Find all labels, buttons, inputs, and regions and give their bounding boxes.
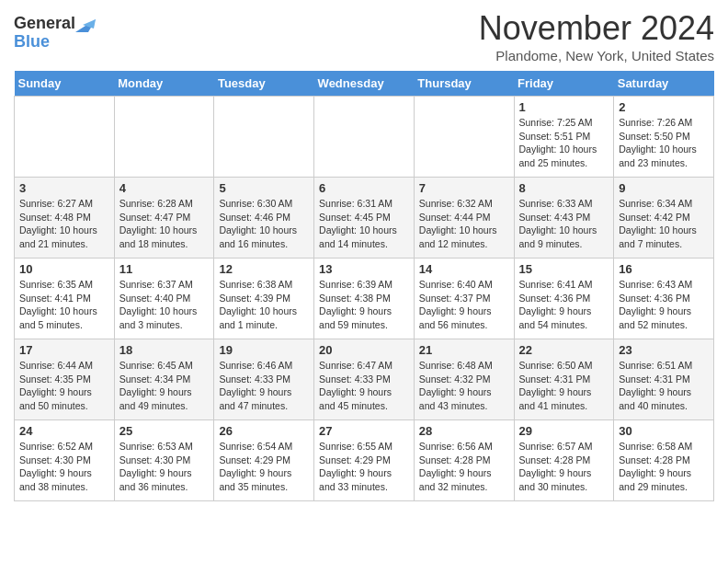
calendar-cell: 12Sunrise: 6:38 AM Sunset: 4:39 PM Dayli… bbox=[214, 259, 314, 339]
calendar-cell: 2Sunrise: 7:26 AM Sunset: 5:50 PM Daylig… bbox=[614, 97, 714, 178]
day-info: Sunrise: 6:38 AM Sunset: 4:39 PM Dayligh… bbox=[219, 278, 309, 332]
calendar-cell: 18Sunrise: 6:45 AM Sunset: 4:34 PM Dayli… bbox=[114, 339, 214, 420]
calendar-cell: 29Sunrise: 6:57 AM Sunset: 4:28 PM Dayli… bbox=[514, 420, 614, 501]
day-number: 10 bbox=[19, 262, 109, 276]
weekday-header-sunday: Sunday bbox=[15, 71, 115, 97]
day-number: 15 bbox=[519, 262, 609, 276]
day-number: 13 bbox=[319, 262, 409, 276]
calendar-cell: 14Sunrise: 6:40 AM Sunset: 4:37 PM Dayli… bbox=[414, 259, 514, 339]
day-info: Sunrise: 6:53 AM Sunset: 4:30 PM Dayligh… bbox=[119, 440, 210, 494]
day-number: 19 bbox=[219, 343, 309, 357]
week-row-4: 17Sunrise: 6:44 AM Sunset: 4:35 PM Dayli… bbox=[15, 339, 714, 420]
weekday-header-thursday: Thursday bbox=[414, 71, 514, 97]
day-number: 4 bbox=[119, 181, 210, 195]
day-number: 11 bbox=[119, 262, 210, 276]
calendar-cell: 21Sunrise: 6:48 AM Sunset: 4:32 PM Dayli… bbox=[414, 339, 514, 420]
day-info: Sunrise: 6:32 AM Sunset: 4:44 PM Dayligh… bbox=[419, 197, 509, 251]
day-number: 22 bbox=[519, 343, 609, 357]
logo-bird-icon bbox=[75, 16, 96, 32]
calendar-cell: 19Sunrise: 6:46 AM Sunset: 4:33 PM Dayli… bbox=[214, 339, 314, 420]
day-info: Sunrise: 6:50 AM Sunset: 4:31 PM Dayligh… bbox=[519, 359, 609, 413]
day-number: 12 bbox=[219, 262, 309, 276]
title-area: November 2024 Plandome, New York, United… bbox=[479, 9, 714, 63]
day-info: Sunrise: 6:54 AM Sunset: 4:29 PM Dayligh… bbox=[219, 440, 309, 494]
day-info: Sunrise: 6:48 AM Sunset: 4:32 PM Dayligh… bbox=[419, 359, 509, 413]
day-info: Sunrise: 6:57 AM Sunset: 4:28 PM Dayligh… bbox=[519, 440, 609, 494]
calendar-cell: 13Sunrise: 6:39 AM Sunset: 4:38 PM Dayli… bbox=[314, 259, 415, 339]
calendar-cell: 26Sunrise: 6:54 AM Sunset: 4:29 PM Dayli… bbox=[214, 420, 314, 501]
logo-text-general: General bbox=[14, 15, 75, 33]
calendar-cell: 22Sunrise: 6:50 AM Sunset: 4:31 PM Dayli… bbox=[514, 339, 614, 420]
day-number: 5 bbox=[219, 181, 309, 195]
day-info: Sunrise: 6:43 AM Sunset: 4:36 PM Dayligh… bbox=[619, 278, 709, 332]
calendar-cell bbox=[15, 97, 115, 178]
day-info: Sunrise: 6:37 AM Sunset: 4:40 PM Dayligh… bbox=[119, 278, 210, 332]
day-info: Sunrise: 6:52 AM Sunset: 4:30 PM Dayligh… bbox=[19, 440, 109, 494]
day-number: 2 bbox=[619, 100, 709, 114]
calendar-cell: 16Sunrise: 6:43 AM Sunset: 4:36 PM Dayli… bbox=[614, 259, 714, 339]
day-number: 18 bbox=[119, 343, 210, 357]
calendar-cell: 9Sunrise: 6:34 AM Sunset: 4:42 PM Daylig… bbox=[614, 178, 714, 259]
day-number: 25 bbox=[119, 424, 210, 438]
calendar-cell: 3Sunrise: 6:27 AM Sunset: 4:48 PM Daylig… bbox=[15, 178, 115, 259]
calendar-cell: 10Sunrise: 6:35 AM Sunset: 4:41 PM Dayli… bbox=[15, 259, 115, 339]
day-info: Sunrise: 6:44 AM Sunset: 4:35 PM Dayligh… bbox=[19, 359, 109, 413]
calendar-cell: 5Sunrise: 6:30 AM Sunset: 4:46 PM Daylig… bbox=[214, 178, 314, 259]
logo: General Blue bbox=[14, 15, 96, 52]
weekday-header-row: SundayMondayTuesdayWednesdayThursdayFrid… bbox=[15, 71, 714, 97]
day-info: Sunrise: 6:33 AM Sunset: 4:43 PM Dayligh… bbox=[519, 197, 609, 251]
calendar-cell: 24Sunrise: 6:52 AM Sunset: 4:30 PM Dayli… bbox=[15, 420, 115, 501]
week-row-2: 3Sunrise: 6:27 AM Sunset: 4:48 PM Daylig… bbox=[15, 178, 714, 259]
day-info: Sunrise: 6:55 AM Sunset: 4:29 PM Dayligh… bbox=[319, 440, 409, 494]
day-info: Sunrise: 6:35 AM Sunset: 4:41 PM Dayligh… bbox=[19, 278, 109, 332]
day-info: Sunrise: 7:25 AM Sunset: 5:51 PM Dayligh… bbox=[519, 116, 609, 170]
calendar-cell: 25Sunrise: 6:53 AM Sunset: 4:30 PM Dayli… bbox=[114, 420, 214, 501]
day-number: 23 bbox=[619, 343, 709, 357]
day-number: 24 bbox=[19, 424, 109, 438]
day-number: 20 bbox=[319, 343, 409, 357]
day-info: Sunrise: 6:47 AM Sunset: 4:33 PM Dayligh… bbox=[319, 359, 409, 413]
calendar-cell: 4Sunrise: 6:28 AM Sunset: 4:47 PM Daylig… bbox=[114, 178, 214, 259]
day-info: Sunrise: 7:26 AM Sunset: 5:50 PM Dayligh… bbox=[619, 116, 709, 170]
weekday-header-saturday: Saturday bbox=[614, 71, 714, 97]
day-number: 30 bbox=[619, 424, 709, 438]
day-number: 29 bbox=[519, 424, 609, 438]
calendar-cell: 15Sunrise: 6:41 AM Sunset: 4:36 PM Dayli… bbox=[514, 259, 614, 339]
day-number: 26 bbox=[219, 424, 309, 438]
day-info: Sunrise: 6:31 AM Sunset: 4:45 PM Dayligh… bbox=[319, 197, 409, 251]
day-number: 7 bbox=[419, 181, 509, 195]
week-row-3: 10Sunrise: 6:35 AM Sunset: 4:41 PM Dayli… bbox=[15, 259, 714, 339]
week-row-5: 24Sunrise: 6:52 AM Sunset: 4:30 PM Dayli… bbox=[15, 420, 714, 501]
calendar-table: SundayMondayTuesdayWednesdayThursdayFrid… bbox=[14, 71, 714, 501]
day-info: Sunrise: 6:30 AM Sunset: 4:46 PM Dayligh… bbox=[219, 197, 309, 251]
day-number: 9 bbox=[619, 181, 709, 195]
calendar-cell: 11Sunrise: 6:37 AM Sunset: 4:40 PM Dayli… bbox=[114, 259, 214, 339]
day-number: 27 bbox=[319, 424, 409, 438]
calendar-cell: 1Sunrise: 7:25 AM Sunset: 5:51 PM Daylig… bbox=[514, 97, 614, 178]
day-number: 16 bbox=[619, 262, 709, 276]
calendar-cell bbox=[114, 97, 214, 178]
calendar-cell: 27Sunrise: 6:55 AM Sunset: 4:29 PM Dayli… bbox=[314, 420, 415, 501]
day-info: Sunrise: 6:58 AM Sunset: 4:28 PM Dayligh… bbox=[619, 440, 709, 494]
calendar-cell bbox=[414, 97, 514, 178]
day-info: Sunrise: 6:39 AM Sunset: 4:38 PM Dayligh… bbox=[319, 278, 409, 332]
month-title: November 2024 bbox=[479, 9, 714, 48]
header: General Blue November 2024 Plandome, New… bbox=[14, 9, 714, 63]
calendar-cell: 28Sunrise: 6:56 AM Sunset: 4:28 PM Dayli… bbox=[414, 420, 514, 501]
calendar-cell: 30Sunrise: 6:58 AM Sunset: 4:28 PM Dayli… bbox=[614, 420, 714, 501]
day-info: Sunrise: 6:56 AM Sunset: 4:28 PM Dayligh… bbox=[419, 440, 509, 494]
calendar-cell: 7Sunrise: 6:32 AM Sunset: 4:44 PM Daylig… bbox=[414, 178, 514, 259]
calendar-cell: 23Sunrise: 6:51 AM Sunset: 4:31 PM Dayli… bbox=[614, 339, 714, 420]
week-row-1: 1Sunrise: 7:25 AM Sunset: 5:51 PM Daylig… bbox=[15, 97, 714, 178]
logo-text-blue: Blue bbox=[14, 33, 50, 52]
day-number: 6 bbox=[319, 181, 409, 195]
weekday-header-tuesday: Tuesday bbox=[214, 71, 314, 97]
calendar-cell: 20Sunrise: 6:47 AM Sunset: 4:33 PM Dayli… bbox=[314, 339, 415, 420]
day-number: 17 bbox=[19, 343, 109, 357]
calendar-cell bbox=[214, 97, 314, 178]
day-info: Sunrise: 6:27 AM Sunset: 4:48 PM Dayligh… bbox=[19, 197, 109, 251]
day-info: Sunrise: 6:28 AM Sunset: 4:47 PM Dayligh… bbox=[119, 197, 210, 251]
day-info: Sunrise: 6:45 AM Sunset: 4:34 PM Dayligh… bbox=[119, 359, 210, 413]
day-number: 21 bbox=[419, 343, 509, 357]
calendar-cell bbox=[314, 97, 415, 178]
